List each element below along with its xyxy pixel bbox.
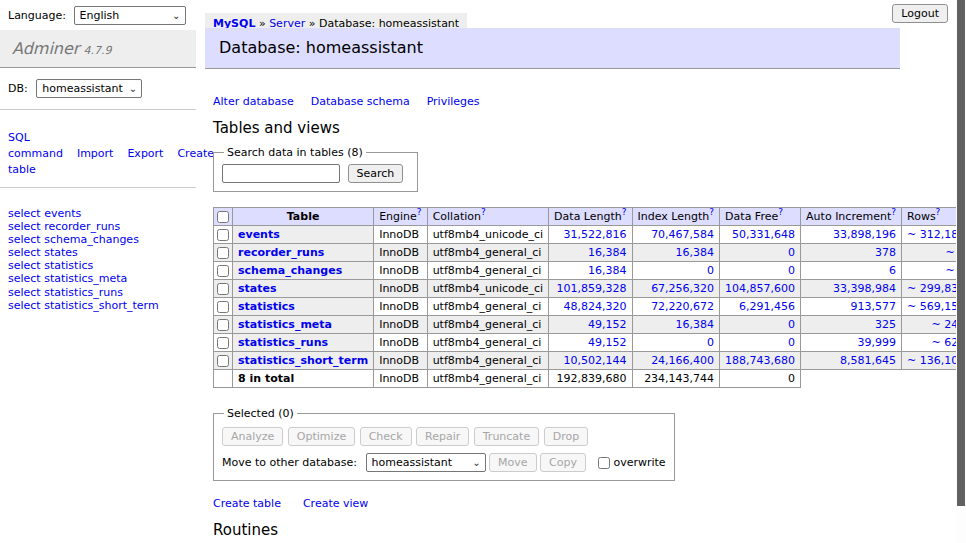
table-link[interactable]: recorder_runs (238, 246, 324, 259)
move-button[interactable]: Move (489, 453, 537, 472)
data-free-link[interactable]: 104,857,600 (725, 282, 795, 295)
row-checkbox[interactable] (217, 229, 229, 241)
db-select[interactable]: homeassistant ⌄ (36, 79, 142, 98)
repair-button[interactable]: Repair (416, 427, 469, 446)
data-free-link[interactable]: 0 (788, 318, 795, 331)
data-length-link[interactable]: 10,502,144 (564, 354, 627, 367)
row-checkbox[interactable] (217, 247, 229, 259)
data-free-link[interactable]: 50,331,648 (732, 228, 795, 241)
data-free-link[interactable]: 0 (788, 246, 795, 259)
index-length-link[interactable]: 70,467,584 (651, 228, 714, 241)
sidebar-link-export[interactable]: Export (127, 147, 163, 160)
data-length-link[interactable]: 16,384 (588, 264, 627, 277)
language-select[interactable]: English ⌄ (74, 6, 186, 25)
table-link[interactable]: events (238, 228, 280, 241)
auto-increment-link[interactable]: 378 (875, 246, 896, 259)
help-link[interactable]: ? (778, 208, 783, 218)
scrollbar-thumb[interactable] (957, 0, 965, 506)
column-header-table: Table (233, 208, 374, 226)
auto-increment-link[interactable]: 39,999 (858, 336, 897, 349)
auto-increment-link[interactable]: 325 (875, 318, 896, 331)
index-length-link[interactable]: 67,256,320 (651, 282, 714, 295)
table-link[interactable]: statistics_meta (238, 318, 332, 331)
row-checkbox[interactable] (217, 355, 229, 367)
sidebar-link-import[interactable]: Import (77, 147, 114, 160)
move-database-select[interactable]: homeassistant ⌄ (366, 453, 486, 472)
check-button[interactable]: Check (360, 427, 412, 446)
sidebar-select-statistics[interactable]: select statistics (8, 260, 188, 273)
search-input[interactable] (222, 164, 340, 183)
data-length-link[interactable]: 16,384 (588, 246, 627, 259)
drop-button[interactable]: Drop (544, 427, 588, 446)
auto-increment-link[interactable]: 6 (889, 264, 896, 277)
help-link[interactable]: ? (622, 208, 627, 218)
sidebar-select-statistics-runs[interactable]: select statistics_runs (8, 287, 188, 300)
auto-increment-link[interactable]: 913,577 (851, 300, 897, 313)
table-link[interactable]: states (238, 282, 277, 295)
table-link[interactable]: schema_changes (238, 264, 342, 277)
help-link[interactable]: ? (891, 208, 896, 218)
row-checkbox[interactable] (217, 337, 229, 349)
help-link[interactable]: ? (481, 208, 486, 218)
sidebar-select-events[interactable]: select events (8, 208, 188, 221)
vertical-scrollbar[interactable] (956, 0, 966, 543)
optimize-button[interactable]: Optimize (288, 427, 355, 446)
table-row: statistics_runs InnoDB utf8mb4_general_c… (214, 334, 966, 352)
move-label: Move to other database: (222, 456, 357, 469)
overwrite-checkbox[interactable] (598, 457, 610, 469)
search-button[interactable]: Search (348, 164, 404, 183)
sidebar-select-states[interactable]: select states (8, 247, 188, 260)
data-free-link[interactable]: 0 (788, 336, 795, 349)
table-row: events InnoDB utf8mb4_unicode_ci 31,522,… (214, 226, 966, 244)
data-length-link[interactable]: 31,522,816 (564, 228, 627, 241)
help-link[interactable]: ? (417, 208, 422, 218)
row-checkbox[interactable] (217, 319, 229, 331)
auto-increment-link[interactable]: 33,898,196 (833, 228, 896, 241)
index-length-link[interactable]: 16,384 (676, 246, 715, 259)
index-length-link[interactable]: 0 (707, 336, 714, 349)
index-length-link[interactable]: 16,384 (676, 318, 715, 331)
analyze-button[interactable]: Analyze (222, 427, 283, 446)
index-length-link[interactable]: 0 (707, 264, 714, 277)
select-all-checkbox[interactable] (217, 211, 229, 223)
index-length-link[interactable]: 72,220,672 (651, 300, 714, 313)
sidebar-link-sql-command[interactable]: SQL command (8, 131, 63, 160)
sidebar-select-recorder-runs[interactable]: select recorder_runs (8, 221, 188, 234)
table-link[interactable]: statistics_short_term (238, 354, 368, 367)
table-link[interactable]: statistics (238, 300, 295, 313)
help-link[interactable]: ? (936, 208, 941, 218)
move-database-value: homeassistant (372, 456, 453, 469)
data-free-link[interactable]: 0 (788, 264, 795, 277)
selected-fieldset: Selected (0) Analyze Optimize Check Repa… (213, 407, 675, 481)
data-length-link[interactable]: 101,859,328 (557, 282, 627, 295)
alter-database-link[interactable]: Alter database (213, 95, 294, 108)
data-free-link[interactable]: 6,291,456 (739, 300, 795, 313)
auto-increment-link[interactable]: 8,581,645 (840, 354, 896, 367)
data-length-link[interactable]: 49,152 (588, 336, 627, 349)
column-header-data-free: Data Free? (720, 208, 801, 226)
copy-button[interactable]: Copy (540, 453, 586, 472)
help-link[interactable]: ? (709, 208, 714, 218)
truncate-button[interactable]: Truncate (474, 427, 539, 446)
sidebar-select-statistics-short-term[interactable]: select statistics_short_term (8, 300, 188, 313)
row-checkbox[interactable] (217, 283, 229, 295)
table-total-row: 8 in total InnoDB utf8mb4_general_ci 192… (214, 370, 966, 388)
data-free-link[interactable]: 188,743,680 (725, 354, 795, 367)
create-table-link[interactable]: Create table (213, 497, 281, 510)
privileges-link[interactable]: Privileges (427, 95, 480, 108)
adminer-logo[interactable]: Adminer4.7.9 (0, 30, 196, 68)
data-length-link[interactable]: 49,152 (588, 318, 627, 331)
auto-increment-link[interactable]: 33,398,984 (833, 282, 896, 295)
database-schema-link[interactable]: Database schema (311, 95, 410, 108)
row-checkbox[interactable] (217, 265, 229, 277)
logout-button[interactable]: Logout (892, 4, 948, 23)
row-checkbox[interactable] (217, 301, 229, 313)
sidebar-select-statistics-meta[interactable]: select statistics_meta (8, 273, 188, 286)
app-name: Adminer (12, 39, 79, 58)
data-length-link[interactable]: 48,824,320 (564, 300, 627, 313)
column-header-auto-increment: Auto Increment? (801, 208, 902, 226)
index-length-link[interactable]: 24,166,400 (651, 354, 714, 367)
create-view-link[interactable]: Create view (303, 497, 368, 510)
sidebar-select-schema-changes[interactable]: select schema_changes (8, 234, 188, 247)
table-link[interactable]: statistics_runs (238, 336, 328, 349)
